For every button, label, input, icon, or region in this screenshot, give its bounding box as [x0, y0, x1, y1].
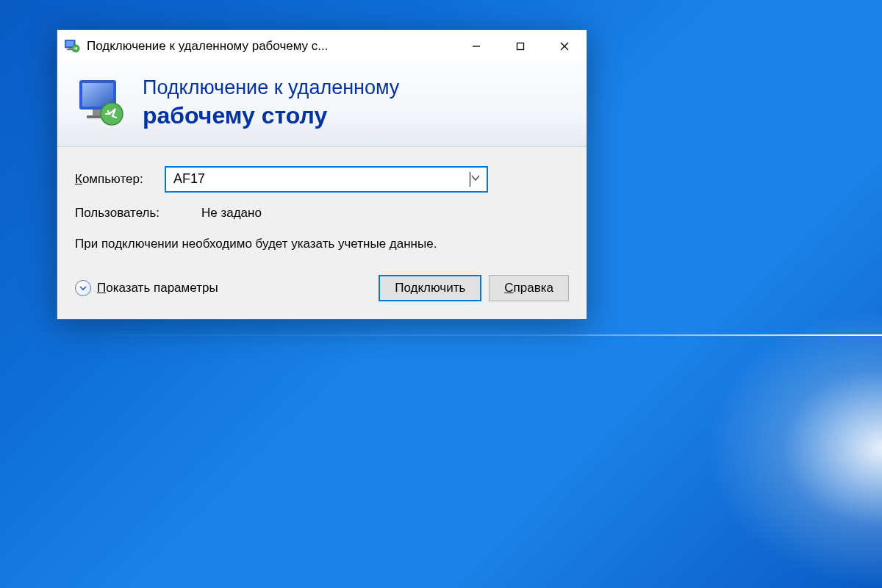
banner-text: Подключение к удаленному рабочему столу: [143, 76, 399, 130]
titlebar[interactable]: Подключение к удаленному рабочему с...: [57, 30, 587, 62]
rdp-app-icon: [65, 40, 81, 53]
user-label: Пользователь:: [75, 206, 201, 220]
user-value: Не задано: [201, 206, 262, 220]
close-button[interactable]: [542, 30, 587, 62]
window-title: Подключение к удаленному рабочему с...: [87, 39, 454, 54]
window-controls: [454, 30, 587, 62]
computer-label: Компьютер:: [75, 172, 165, 187]
svg-rect-6: [517, 43, 524, 50]
svg-rect-2: [68, 48, 71, 49]
desktop-light-line: [0, 334, 882, 336]
banner-title-line2: рабочему столу: [143, 101, 399, 130]
svg-rect-1: [66, 41, 74, 46]
connect-button[interactable]: Подключить: [379, 275, 481, 301]
minimize-button[interactable]: [454, 30, 498, 62]
desktop-light-flare: [706, 309, 882, 588]
dialog-body: Компьютер: AF17 Пользователь: Не задано …: [57, 147, 587, 320]
user-row: Пользователь: Не задано: [75, 206, 569, 220]
computer-combobox[interactable]: AF17: [165, 166, 488, 193]
rdp-dialog-window: Подключение к удаленному рабочему с...: [57, 29, 587, 320]
maximize-button[interactable]: [498, 30, 542, 62]
computer-value: AF17: [173, 171, 469, 187]
banner: Подключение к удаленному рабочему столу: [57, 62, 587, 147]
credentials-note: При подключении необходимо будет указать…: [75, 235, 487, 254]
chevron-down-icon[interactable]: [470, 171, 481, 187]
show-options-toggle[interactable]: Показать параметры: [75, 280, 218, 296]
computer-row: Компьютер: AF17: [75, 166, 569, 193]
svg-point-14: [101, 103, 123, 125]
banner-title-line1: Подключение к удаленному: [143, 76, 399, 101]
show-options-label: Показать параметры: [97, 281, 218, 295]
help-button[interactable]: Справка: [489, 275, 569, 301]
chevron-down-circle-icon: [75, 280, 91, 296]
dialog-footer: Показать параметры Подключить Справка: [75, 275, 569, 301]
rdp-banner-icon: [75, 77, 126, 129]
